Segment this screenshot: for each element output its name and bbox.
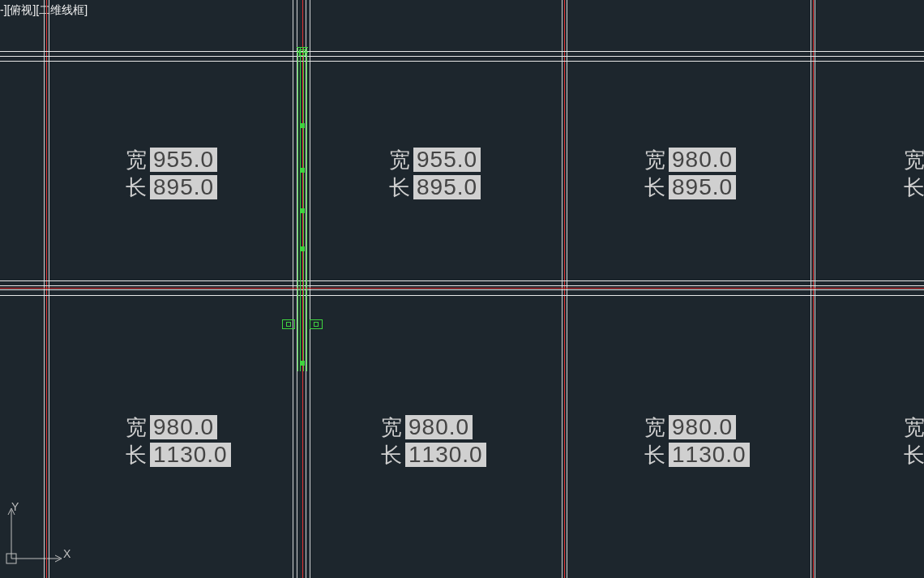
- width-label: 宽: [644, 146, 665, 173]
- width-value[interactable]: 980.0: [405, 415, 473, 439]
- length-value[interactable]: 895.0: [669, 175, 736, 199]
- panel-dimension[interactable]: 宽980.0长1130.0: [126, 413, 231, 469]
- width-label: 宽: [126, 146, 147, 173]
- ucs-y-label: Y: [11, 500, 19, 513]
- width-label: 宽: [904, 146, 924, 173]
- length-label: 长: [644, 441, 665, 469]
- length-label: 长: [126, 173, 147, 201]
- bracket[interactable]: [282, 319, 295, 329]
- length-value[interactable]: 1130.0: [669, 443, 750, 467]
- panel-dimension[interactable]: 宽955.0长895.0: [126, 146, 217, 201]
- panel-dimension[interactable]: 宽980.0长895.0: [644, 146, 736, 201]
- length-value[interactable]: 1130.0: [150, 443, 231, 467]
- width-label: 宽: [381, 413, 402, 441]
- length-label: 长: [126, 441, 147, 469]
- length-label: 长: [904, 441, 924, 469]
- panel-dimension[interactable]: 宽980.0长1130.0: [644, 413, 750, 469]
- length-label: 长: [381, 441, 402, 469]
- length-label: 长: [644, 173, 665, 201]
- panel-dimension[interactable]: 宽长: [904, 146, 924, 201]
- panel-dimension[interactable]: 宽长: [904, 413, 924, 469]
- grid-hline[interactable]: [0, 280, 924, 281]
- panel-dimension[interactable]: 宽955.0长895.0: [389, 146, 481, 201]
- width-value[interactable]: 980.0: [150, 415, 217, 439]
- ucs-x-label: X: [63, 547, 71, 560]
- width-label: 宽: [126, 413, 147, 441]
- bracket[interactable]: [310, 319, 323, 329]
- ucs-icon[interactable]: Y X: [3, 502, 68, 567]
- grid-hline[interactable]: [0, 289, 924, 290]
- width-value[interactable]: 980.0: [669, 148, 736, 172]
- panel-dimension[interactable]: 宽980.0长1130.0: [381, 413, 486, 469]
- grip-point[interactable]: [300, 361, 305, 366]
- cad-viewport[interactable]: -][俯视][二维线框] Y X 宽955.0长895.0宽955.0长895.…: [0, 0, 924, 578]
- width-value[interactable]: 955.0: [413, 148, 481, 172]
- width-value[interactable]: 955.0: [150, 148, 217, 172]
- grid-hline[interactable]: [0, 285, 924, 286]
- grid-hline[interactable]: [0, 295, 924, 296]
- selected-edge[interactable]: [297, 47, 298, 371]
- length-value[interactable]: 895.0: [413, 175, 481, 199]
- grid-hline[interactable]: [0, 51, 924, 52]
- selected-edge[interactable]: [306, 47, 307, 371]
- grip-point[interactable]: [300, 208, 305, 213]
- grip-point[interactable]: [300, 123, 305, 128]
- width-label: 宽: [904, 413, 924, 441]
- selected-edge[interactable]: [297, 47, 308, 48]
- length-label: 长: [904, 173, 924, 201]
- grip-point[interactable]: [300, 168, 305, 173]
- grid-hline-red[interactable]: [0, 288, 924, 289]
- width-label: 宽: [389, 146, 410, 173]
- grip-point[interactable]: [299, 49, 306, 56]
- width-label: 宽: [644, 413, 665, 441]
- grid-hline[interactable]: [0, 61, 924, 62]
- length-value[interactable]: 1130.0: [405, 443, 486, 467]
- grip-point[interactable]: [300, 246, 305, 251]
- grid-hline[interactable]: [0, 56, 924, 57]
- length-label: 长: [389, 173, 410, 201]
- length-value[interactable]: 895.0: [150, 175, 217, 199]
- width-value[interactable]: 980.0: [669, 415, 736, 439]
